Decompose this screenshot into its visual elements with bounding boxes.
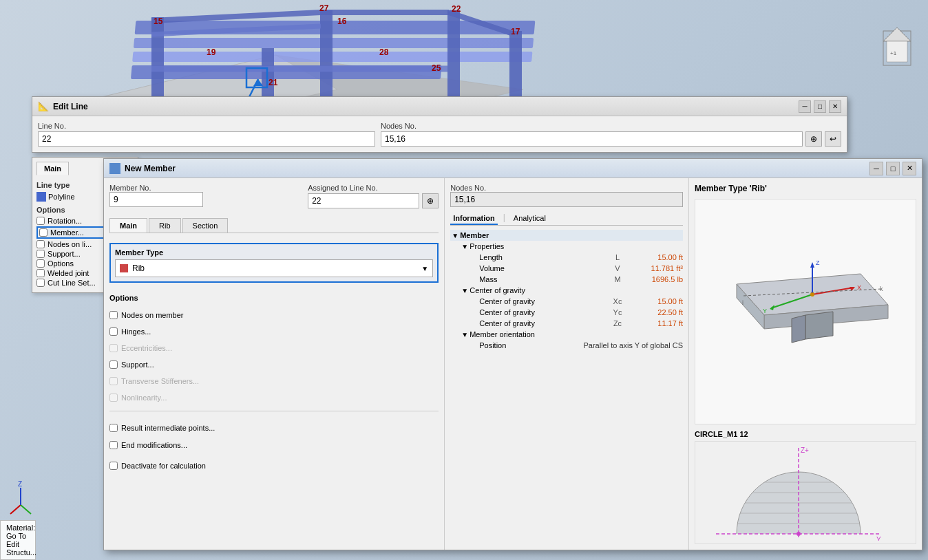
nm-nonlinearity-checkbox <box>109 394 118 402</box>
tree-mass-val: 1696.5 lb <box>628 275 683 283</box>
tree-member-label: Member <box>460 231 683 239</box>
nodes-select-button[interactable]: ⊕ <box>805 131 822 147</box>
nm-support-checkbox[interactable] <box>109 360 118 369</box>
tree-volume-key: V <box>607 264 628 272</box>
nm-option-eccentricities: Eccentricities... <box>109 344 439 352</box>
option-mesh-refine-label: Options <box>48 259 74 268</box>
member-type-select[interactable]: Rib ▼ <box>115 259 433 277</box>
tree-member-header: ▼ Member <box>450 230 683 241</box>
new-member-icon <box>109 163 120 174</box>
svg-rect-3 <box>134 38 534 48</box>
new-member-dialog: New Member ─ □ ✕ Member No. Assigned to … <box>103 158 922 550</box>
node-label-27: 27 <box>319 3 328 13</box>
svg-point-43 <box>810 292 814 297</box>
line-no-input[interactable] <box>38 131 375 147</box>
option-cut-line-set-checkbox[interactable] <box>36 279 45 287</box>
nm-info-tab-information[interactable]: Information <box>450 213 498 225</box>
nm-end-modifications-label: End modifications... <box>121 441 187 449</box>
nm-info-tabs: Information | Analytical <box>450 213 683 226</box>
tree-cog-zc-val: 11.17 ft <box>628 319 683 327</box>
tree-member-toggle[interactable]: ▼ <box>450 232 460 239</box>
member-type-value: Rib <box>132 263 145 273</box>
assigned-line-input[interactable] <box>308 193 419 208</box>
nm-option-hinges: Hinges... <box>109 327 439 336</box>
option-support-checkbox[interactable] <box>36 250 45 258</box>
nm-hinges-checkbox[interactable] <box>109 327 118 336</box>
tree-cog-yc-val: 22.50 ft <box>628 308 683 316</box>
tab-main[interactable]: Main <box>36 162 69 175</box>
line-no-label: Line No. <box>38 122 375 130</box>
tree-mass-row: Mass M 1696.5 lb <box>450 274 683 285</box>
svg-text:X: X <box>7 515 12 515</box>
circle-preview: Z+ Y <box>695 441 916 544</box>
nodes-no-input[interactable] <box>381 131 803 147</box>
circle-section-svg: Z+ Y <box>695 444 916 541</box>
svg-text:Y: Y <box>763 308 767 314</box>
svg-text:Y: Y <box>29 515 34 515</box>
tree-cog-toggle[interactable]: ▼ <box>460 287 470 294</box>
nm-eccentricities-label: Eccentricities... <box>121 344 172 352</box>
nm-deactivate-checkbox[interactable] <box>109 462 118 470</box>
nm-tab-rib[interactable]: Rib <box>149 218 181 233</box>
option-rotation-label: Rotation... <box>48 217 82 225</box>
nm-minimize-button[interactable]: ─ <box>869 162 883 175</box>
orientation-widget: +1 <box>880 28 914 83</box>
tree-cog-yc-key: Yc <box>607 308 628 316</box>
tree-orientation-section: ▼ Member orientation <box>450 329 683 340</box>
nm-result-intermediate-checkbox[interactable] <box>109 424 118 432</box>
nm-option-support: Support... <box>109 360 439 369</box>
nm-tab-main[interactable]: Main <box>109 218 147 233</box>
goto-edit-label: Go To Edit <box>6 532 30 548</box>
nm-nodes-no-input[interactable] <box>450 192 683 207</box>
tree-position-val: Parallel to axis Y of global CS <box>547 341 683 349</box>
nodes-no-row: ⊕ ↩ <box>381 131 841 147</box>
assigned-select-button[interactable]: ⊕ <box>422 193 439 208</box>
nm-deactivate: Deactivate for calculation <box>109 462 439 470</box>
tree-mass-key: M <box>607 275 628 283</box>
option-cut-line-set-label: Cut Line Set... <box>48 279 96 287</box>
option-welded-joint-checkbox[interactable] <box>36 269 45 277</box>
nm-nodes-on-member-checkbox[interactable] <box>109 311 118 319</box>
nm-transverse-stiffeners-checkbox <box>109 377 118 385</box>
option-member-checkbox[interactable] <box>39 228 48 237</box>
nm-middle-column: Nodes No. Information | Analytical ▼ Mem… <box>445 178 689 550</box>
svg-marker-26 <box>883 28 911 41</box>
member-no-input[interactable] <box>109 192 203 207</box>
nm-end-modifications-checkbox[interactable] <box>109 441 118 449</box>
member-no-section: Member No. <box>109 184 203 208</box>
member-type-label: Member Type <box>115 248 433 257</box>
tree-properties-toggle[interactable]: ▼ <box>460 243 470 250</box>
nm-tab-section[interactable]: Section <box>182 218 229 233</box>
node-label-19: 19 <box>207 47 215 57</box>
edit-line-dialog: 📐 Edit Line ─ □ ✕ Line No. Nodes No. ⊕ ↩ <box>32 96 847 153</box>
maximize-button[interactable]: □ <box>814 100 826 113</box>
nm-nodes-no-section: Nodes No. <box>450 184 683 207</box>
edit-line-titlebar: 📐 Edit Line ─ □ ✕ <box>32 97 847 116</box>
nm-close-button[interactable]: ✕ <box>903 162 916 175</box>
tree-cog-yc-row: Center of gravity Yc 22.50 ft <box>450 307 683 318</box>
nodes-reset-button[interactable]: ↩ <box>825 131 841 147</box>
nm-top-row: Member No. Assigned to Line No. ⊕ <box>109 184 439 208</box>
tree-length-row: Length L 15.00 ft <box>450 252 683 263</box>
tree-length-label: Length <box>479 253 607 261</box>
node-label-21: 21 <box>268 78 277 87</box>
svg-marker-35 <box>810 262 814 268</box>
nm-tab-bar: Main Rib Section <box>109 218 439 233</box>
option-mesh-refine-checkbox[interactable] <box>36 259 45 268</box>
tree-cog-section: ▼ Center of gravity <box>450 285 683 296</box>
minimize-button[interactable]: ─ <box>799 100 811 113</box>
assigned-line-label: Assigned to Line No. <box>308 184 439 192</box>
select-arrow-icon: ▼ <box>421 265 428 272</box>
member-type-color <box>120 264 128 272</box>
assigned-line-section: Assigned to Line No. ⊕ <box>308 184 439 208</box>
member-type-rib-label: Member Type 'Rib' <box>695 184 916 193</box>
option-nodes-on-line-checkbox[interactable] <box>36 240 45 248</box>
tree-cog-zc-label: Center of gravity <box>479 319 607 327</box>
tree-cog-yc-label: Center of gravity <box>479 308 607 316</box>
close-button[interactable]: ✕ <box>829 100 841 113</box>
option-rotation-checkbox[interactable] <box>36 217 45 225</box>
nm-maximize-button[interactable]: □ <box>886 162 900 175</box>
tree-orientation-toggle[interactable]: ▼ <box>460 331 470 338</box>
empty-middle-section <box>209 184 302 208</box>
nm-info-tab-analytical[interactable]: Analytical <box>511 213 549 225</box>
